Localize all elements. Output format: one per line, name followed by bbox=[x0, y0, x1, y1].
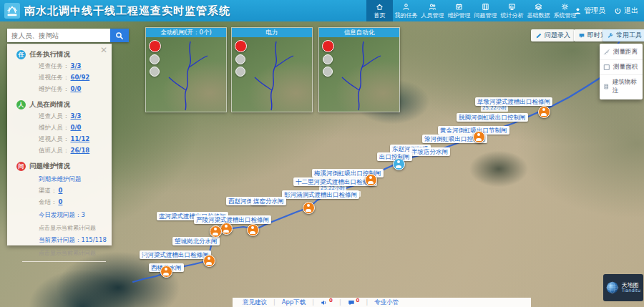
wrench-icon bbox=[607, 32, 614, 39]
person-icon bbox=[402, 3, 410, 11]
map-structure-label[interactable]: 望城岗北分水闸 bbox=[172, 237, 220, 245]
current-user[interactable]: 管理员 bbox=[574, 6, 605, 16]
layers-icon bbox=[535, 3, 542, 11]
close-icon[interactable]: ✕ bbox=[100, 46, 107, 54]
section-title: 问题维护情况 bbox=[29, 162, 70, 171]
building-icon bbox=[603, 83, 610, 90]
patrol-person-marker[interactable] bbox=[160, 265, 172, 278]
nav-item-stats[interactable]: 统计分析 bbox=[499, 0, 525, 21]
minimap-alert-button[interactable] bbox=[149, 40, 161, 52]
map-structure-label[interactable]: 草墩河梁式渡槽出口检修闸 bbox=[475, 97, 552, 106]
nav-item-abacus[interactable]: 问题管理 bbox=[472, 0, 499, 21]
app-header: 南水北调中线干线工程巡查实时监管系统 首页我的任务人员管理维护管理问题管理统计分… bbox=[0, 0, 644, 21]
today-issues-link[interactable]: 今日发现问题：3 bbox=[39, 211, 112, 220]
nav-item-label: 首页 bbox=[374, 11, 386, 19]
common-tools-label: 常用工具 bbox=[616, 31, 642, 40]
calendar-icon bbox=[455, 3, 463, 11]
stats-value-link[interactable]: 0 bbox=[59, 187, 63, 194]
minimap-layer-button[interactable] bbox=[235, 67, 245, 77]
nav-item-person[interactable]: 我的任务 bbox=[393, 0, 419, 21]
patrol-person-marker[interactable] bbox=[303, 202, 315, 214]
user-name: 管理员 bbox=[584, 6, 605, 16]
stats-value-link[interactable]: 0 bbox=[59, 198, 63, 205]
footer-link[interactable]: App下载 bbox=[282, 298, 306, 307]
footer-separator: | bbox=[366, 299, 368, 306]
search-button[interactable] bbox=[110, 29, 129, 42]
patrol-person-marker[interactable] bbox=[538, 106, 550, 118]
footer-separator: | bbox=[312, 299, 314, 306]
building-annotation-item[interactable]: 建筑物标注 bbox=[600, 74, 643, 98]
minimap-alert-button[interactable] bbox=[235, 40, 247, 52]
patrol-person-marker[interactable] bbox=[247, 224, 259, 236]
nav-item-home[interactable]: 首页 bbox=[366, 0, 393, 21]
footer-link[interactable]: 专业小管 bbox=[374, 298, 399, 307]
nav-item-label: 维护管理 bbox=[448, 11, 471, 19]
nav-item-layers[interactable]: 基础数据 bbox=[525, 0, 552, 21]
minimap-body bbox=[319, 37, 399, 112]
minimap-panel[interactable]: 全动机闸(开：0个) bbox=[145, 27, 227, 112]
overdue-issues-link[interactable]: 到期未维护问题 bbox=[39, 175, 112, 184]
minimap-panel[interactable]: 信息自动化 bbox=[318, 27, 400, 112]
minimap-alert-button[interactable] bbox=[322, 40, 334, 52]
stats-section-header: 问问题维护情况 bbox=[16, 162, 112, 171]
minimap-layer-button[interactable] bbox=[150, 67, 160, 77]
map-structure-label[interactable]: 十二里河梁式渡槽出口检修闸 bbox=[293, 177, 377, 186]
patrol-person-marker[interactable] bbox=[393, 158, 405, 170]
stats-section-header: 任任务执行情况 bbox=[16, 50, 112, 59]
minimap-layer-button[interactable] bbox=[323, 67, 333, 77]
map-structure-label[interactable]: 彭河涵洞式渡槽出口检修闸 bbox=[282, 190, 359, 199]
minimap-layer-button[interactable] bbox=[235, 54, 245, 64]
map-structure-label[interactable]: 汈河梁式渡槽出口检修闸 bbox=[140, 250, 211, 259]
stats-value-link[interactable]: 3/3 bbox=[71, 62, 82, 69]
map-structure-label[interactable]: 煤窑分水闸 bbox=[251, 197, 286, 205]
main-nav: 首页我的任务人员管理维护管理问题管理统计分析基础数据系统管理 bbox=[366, 0, 578, 21]
stats-row: 维护人员：0/0 bbox=[39, 124, 112, 132]
nav-item-label: 统计分析 bbox=[501, 11, 524, 19]
cumulative-issues-link[interactable]: 当前累计问题：115/118 bbox=[39, 236, 112, 245]
patrol-person-marker[interactable] bbox=[210, 225, 222, 238]
stats-value-link[interactable]: 26/18 bbox=[71, 147, 90, 154]
map-structure-label[interactable]: 脱脚河倒虹吸出口控制闸 bbox=[457, 113, 528, 122]
common-tools-menu: 测量距离测量面积建筑物标注 bbox=[600, 44, 643, 99]
minimap-layer-button[interactable] bbox=[323, 54, 333, 64]
map-structure-label[interactable]: 半坡店分水闸 bbox=[409, 147, 450, 156]
stats-section: 问问题维护情况到期未维护问题渠道：0金结：0今日发现问题：3点击显示当前累计问题… bbox=[16, 162, 112, 262]
minimap-panel[interactable]: 电力 bbox=[231, 27, 313, 112]
nav-item-calendar[interactable]: 维护管理 bbox=[446, 0, 472, 21]
report-issue-button[interactable]: 问题录入 bbox=[531, 29, 575, 42]
stats-value-link[interactable]: 60/92 bbox=[71, 74, 90, 81]
footer-msg-button[interactable]: 0 bbox=[348, 299, 360, 306]
measure-area-item[interactable]: 测量面积 bbox=[600, 59, 643, 74]
stats-row: 巡视人员：11/12 bbox=[39, 135, 112, 144]
tool-menu-label: 测量距离 bbox=[613, 48, 638, 57]
minimap-layer-button[interactable] bbox=[150, 54, 160, 64]
patrol-person-marker[interactable] bbox=[365, 174, 377, 186]
search-input[interactable] bbox=[7, 29, 110, 42]
minimap-title: 电力 bbox=[232, 28, 312, 37]
map-structure-label[interactable]: 严陵河梁式渡槽出口检修闸 bbox=[194, 215, 271, 224]
stats-row: 维护任务：0/0 bbox=[39, 85, 112, 94]
tool-menu-label: 测量面积 bbox=[613, 63, 638, 72]
stats-value-link[interactable]: 0/0 bbox=[71, 85, 82, 92]
measure-distance-item[interactable]: 测量距离 bbox=[600, 45, 643, 59]
common-tools-button[interactable]: 常用工具 ▼ bbox=[602, 29, 644, 42]
pencil-icon bbox=[535, 32, 542, 39]
logout-button[interactable]: 退出 bbox=[614, 6, 638, 16]
stats-row: 金结：0 bbox=[39, 198, 112, 207]
ruler-icon bbox=[603, 49, 610, 56]
section-badge-icon: 人 bbox=[16, 100, 26, 109]
panel-divider bbox=[22, 261, 106, 262]
stats-row: 巡视任务：60/92 bbox=[39, 74, 112, 82]
patrol-person-marker[interactable] bbox=[220, 223, 233, 235]
tool-menu-label: 建筑物标注 bbox=[613, 78, 639, 95]
stats-value-link[interactable]: 0/0 bbox=[71, 124, 82, 131]
stats-sections: 任任务执行情况巡查任务：3/3巡视任务：60/92维护任务：0/0人人员在岗情况… bbox=[7, 50, 112, 262]
patrol-person-marker[interactable] bbox=[473, 131, 485, 143]
footer-audio-button[interactable]: 0 bbox=[321, 299, 333, 306]
footer-link[interactable]: 意见建议 bbox=[243, 298, 267, 307]
nav-item-people[interactable]: 人员管理 bbox=[419, 0, 446, 21]
stats-value-link[interactable]: 3/3 bbox=[71, 112, 82, 120]
map-canvas[interactable]: ✕ 任任务执行情况巡查任务：3/3巡视任务：60/92维护任务：0/0人人员在岗… bbox=[0, 21, 644, 307]
stats-value-link[interactable]: 11/12 bbox=[71, 135, 90, 142]
patrol-person-marker[interactable] bbox=[203, 255, 215, 267]
